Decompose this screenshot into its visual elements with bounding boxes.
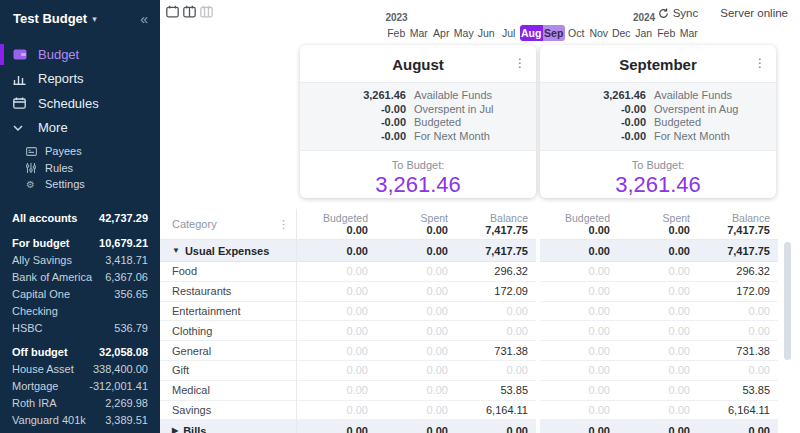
- category-name[interactable]: Clothing: [160, 321, 296, 340]
- spent-cell[interactable]: 0.00: [376, 361, 456, 380]
- budgeted-cell[interactable]: 0.00: [540, 381, 618, 400]
- budgeted-total[interactable]: 0.00: [540, 224, 610, 237]
- account-item[interactable]: HSBC 536.79: [12, 320, 148, 337]
- budgeted-cell[interactable]: 0.00: [296, 302, 376, 321]
- category-name[interactable]: Gift: [160, 361, 296, 380]
- spent-cell[interactable]: 0.00: [618, 282, 698, 301]
- category-name[interactable]: Food: [160, 262, 296, 281]
- budgeted-cell[interactable]: 0.00: [540, 282, 618, 301]
- category-row[interactable]: Savings 0.00 0.00 6,164.11 0.00 0.00 6,1…: [160, 401, 778, 421]
- sidebar-item-reports[interactable]: Reports: [0, 67, 160, 92]
- kebab-menu-icon[interactable]: ⋮: [754, 57, 766, 69]
- collapse-sidebar-icon[interactable]: «: [140, 13, 148, 25]
- budgeted-cell[interactable]: 0.00: [296, 282, 376, 301]
- scrollbar-thumb[interactable]: [784, 242, 791, 360]
- to-budget-amount[interactable]: 3,261.46: [300, 172, 536, 198]
- month-count-1-button[interactable]: [166, 5, 179, 18]
- spent-total[interactable]: 0.00: [618, 224, 690, 237]
- category-name[interactable]: Medical: [160, 381, 296, 400]
- spent-total[interactable]: 0.00: [376, 224, 448, 237]
- budgeted-cell[interactable]: 0.00: [540, 361, 618, 380]
- group-name[interactable]: ▶ Bills: [160, 420, 296, 433]
- budgeted-cell[interactable]: 0.00: [540, 302, 618, 321]
- budget-file-header[interactable]: Test Budget ▾ «: [0, 0, 160, 32]
- category-row[interactable]: Gift 0.00 0.00 0.00 0.00 0.00 0.00: [160, 361, 778, 381]
- account-item[interactable]: Vanguard 401k 3,389.51: [12, 412, 148, 429]
- month-button[interactable]: Jul: [498, 25, 521, 41]
- budgeted-total[interactable]: 0.00: [296, 224, 368, 237]
- category-row[interactable]: Restaurants 0.00 0.00 172.09 0.00 0.00 1…: [160, 282, 778, 302]
- category-row[interactable]: Entertainment 0.00 0.00 0.00 0.00 0.00 0…: [160, 302, 778, 322]
- sidebar-more-toggle[interactable]: More: [0, 116, 160, 141]
- account-item[interactable]: Bank of America 6,367.06: [12, 269, 148, 286]
- budgeted-cell[interactable]: 0.00: [296, 262, 376, 281]
- category-row[interactable]: General 0.00 0.00 731.38 0.00 0.00 731.3…: [160, 341, 778, 361]
- category-name[interactable]: General: [160, 341, 296, 360]
- spent-cell[interactable]: 0.00: [618, 302, 698, 321]
- sidebar-item-budget[interactable]: Budget: [0, 42, 160, 67]
- budgeted-cell[interactable]: 0.00: [296, 401, 376, 420]
- budgeted-cell[interactable]: 0.00: [296, 321, 376, 340]
- month-button[interactable]: Feb: [385, 25, 408, 41]
- month-button[interactable]: Nov: [588, 25, 611, 41]
- spent-cell[interactable]: 0.00: [376, 321, 456, 340]
- month-button[interactable]: Apr: [430, 25, 453, 41]
- spent-cell[interactable]: 0.00: [618, 262, 698, 281]
- kebab-menu-icon[interactable]: ⋮: [278, 209, 289, 239]
- month-button[interactable]: Jan: [633, 25, 656, 41]
- spent-cell[interactable]: 0.00: [376, 302, 456, 321]
- budgeted-cell[interactable]: 0.00: [540, 341, 618, 360]
- category-row[interactable]: Medical 0.00 0.00 53.85 0.00 0.00 53.85: [160, 381, 778, 401]
- sidebar-item-schedules[interactable]: Schedules: [0, 91, 160, 116]
- month-button[interactable]: Jun: [475, 25, 498, 41]
- account-group-header[interactable]: For budget 10,679.21: [12, 235, 148, 252]
- spent-cell[interactable]: 0.00: [618, 341, 698, 360]
- spent-cell[interactable]: 0.00: [618, 361, 698, 380]
- month-count-2-button[interactable]: [183, 5, 196, 18]
- account-group-header[interactable]: Off budget 32,058.08: [12, 344, 148, 361]
- spent-cell[interactable]: 0.00: [376, 282, 456, 301]
- category-group-bills[interactable]: ▶ Bills 0.00 0.00 0.00 0.00 0.00 0.00: [160, 420, 778, 433]
- category-name[interactable]: Entertainment: [160, 302, 296, 321]
- month-button[interactable]: Dec: [610, 25, 633, 41]
- sidebar-item-rules[interactable]: Rules: [0, 160, 160, 177]
- triangle-down-icon[interactable]: ▼: [172, 246, 180, 255]
- month-button[interactable]: Oct: [565, 25, 588, 41]
- category-row[interactable]: Food 0.00 0.00 296.32 0.00 0.00 296.32: [160, 262, 778, 282]
- sidebar-item-payees[interactable]: Payees: [0, 143, 160, 160]
- category-name[interactable]: Restaurants: [160, 282, 296, 301]
- spent-cell[interactable]: 0.00: [376, 401, 456, 420]
- spent-cell[interactable]: 0.00: [376, 381, 456, 400]
- account-item[interactable]: House Asset 338,400.00: [12, 361, 148, 378]
- spent-cell[interactable]: 0.00: [618, 381, 698, 400]
- to-budget-amount[interactable]: 3,261.46: [540, 172, 776, 198]
- sidebar-item-settings[interactable]: ⚙ Settings: [0, 176, 160, 193]
- month-button[interactable]: Aug: [520, 25, 543, 41]
- category-name[interactable]: Savings: [160, 401, 296, 420]
- kebab-menu-icon[interactable]: ⋮: [514, 57, 526, 69]
- budgeted-cell[interactable]: 0.00: [296, 361, 376, 380]
- budgeted-cell[interactable]: 0.00: [540, 262, 618, 281]
- budgeted-cell[interactable]: 0.00: [540, 401, 618, 420]
- budget-file-name[interactable]: Test Budget: [13, 11, 87, 26]
- budgeted-cell[interactable]: 0.00: [296, 381, 376, 400]
- month-button[interactable]: Feb: [655, 25, 678, 41]
- spent-cell[interactable]: 0.00: [376, 341, 456, 360]
- account-item[interactable]: Ally Savings 3,418.71: [12, 252, 148, 269]
- budgeted-cell[interactable]: 0.00: [296, 341, 376, 360]
- account-item[interactable]: Roth IRA 2,269.98: [12, 395, 148, 412]
- all-accounts-row[interactable]: All accounts 42,737.29: [12, 210, 148, 227]
- server-status-button[interactable]: Server online: [720, 7, 788, 19]
- triangle-right-icon[interactable]: ▶: [172, 426, 178, 433]
- month-button[interactable]: Mar: [678, 25, 701, 41]
- group-name[interactable]: ▼ Usual Expenses: [160, 240, 296, 261]
- month-button[interactable]: Mar: [408, 25, 431, 41]
- month-count-3-button[interactable]: [200, 5, 213, 18]
- month-button[interactable]: May: [453, 25, 476, 41]
- category-row[interactable]: Clothing 0.00 0.00 0.00 0.00 0.00 0.00: [160, 321, 778, 341]
- spent-cell[interactable]: 0.00: [618, 401, 698, 420]
- month-button[interactable]: Sep: [543, 25, 566, 41]
- spent-cell[interactable]: 0.00: [376, 262, 456, 281]
- budgeted-cell[interactable]: 0.00: [540, 321, 618, 340]
- account-item[interactable]: Capital One Checking 356.65: [12, 286, 148, 320]
